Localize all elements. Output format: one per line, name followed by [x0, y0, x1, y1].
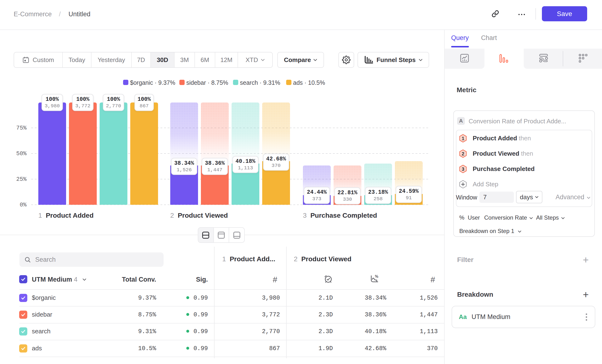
- svg-text:3: 3: [462, 166, 464, 172]
- svg-text:%: %: [375, 274, 378, 278]
- svg-text:1: 1: [462, 136, 464, 141]
- svg-text:2: 2: [462, 151, 464, 156]
